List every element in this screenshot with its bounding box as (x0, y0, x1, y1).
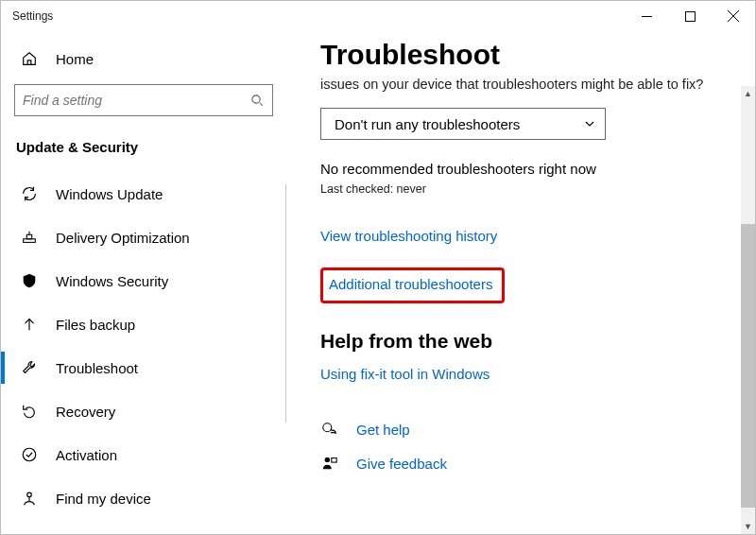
backup-icon (20, 316, 39, 333)
view-history-link[interactable]: View troubleshooting history (320, 228, 497, 244)
svg-point-13 (323, 423, 332, 432)
sidebar-item-troubleshoot[interactable]: Troubleshoot (14, 346, 273, 389)
svg-point-4 (252, 95, 260, 102)
svg-point-14 (325, 457, 330, 462)
scrollbar-down-arrow[interactable]: ▼ (741, 519, 755, 534)
search-icon (250, 94, 265, 108)
window-title: Settings (12, 9, 53, 23)
help-chat-icon (320, 421, 339, 438)
give-feedback-link[interactable]: Give feedback (356, 456, 447, 472)
additional-troubleshooters-link[interactable]: Additional troubleshooters (329, 276, 492, 292)
minimize-button[interactable] (625, 1, 668, 31)
content-area: Home Update & Security Windows Update De… (1, 31, 755, 534)
page-title: Troubleshoot (320, 39, 738, 71)
shield-icon (20, 272, 39, 289)
search-field[interactable] (23, 93, 250, 108)
last-checked-text: Last checked: never (320, 182, 738, 196)
nav-list: Windows Update Delivery Optimization Win… (14, 172, 273, 520)
get-help-row[interactable]: Get help (320, 421, 738, 438)
sidebar-item-label: Find my device (56, 491, 151, 507)
fixit-tool-link[interactable]: Using fix-it tool in Windows (320, 366, 490, 382)
sidebar-item-delivery-optimization[interactable]: Delivery Optimization (14, 216, 273, 259)
footer-links: Get help Give feedback (320, 421, 738, 472)
help-from-web-header: Help from the web (320, 330, 738, 353)
sidebar-item-label: Troubleshoot (56, 360, 138, 376)
sidebar-item-label: Delivery Optimization (56, 230, 190, 246)
intro-text-truncated: issues on your device that troubleshoote… (320, 75, 738, 95)
delivery-icon (20, 229, 39, 246)
sidebar: Home Update & Security Windows Update De… (1, 31, 286, 534)
main-pane: Troubleshoot issues on your device that … (286, 31, 755, 534)
recovery-icon (20, 403, 39, 420)
search-input[interactable] (14, 84, 273, 116)
location-icon (20, 490, 39, 507)
sidebar-item-files-backup[interactable]: Files backup (14, 302, 273, 346)
svg-rect-15 (332, 458, 336, 463)
scrollbar-up-arrow[interactable]: ▲ (741, 86, 755, 101)
svg-line-5 (260, 102, 263, 105)
maximize-button[interactable] (668, 1, 712, 31)
home-icon (20, 50, 39, 67)
home-nav[interactable]: Home (14, 39, 273, 78)
get-help-link[interactable]: Get help (356, 422, 410, 438)
sidebar-item-windows-security[interactable]: Windows Security (14, 259, 273, 302)
no-recommended-text: No recommended troubleshooters right now (320, 161, 738, 177)
feedback-icon (320, 455, 339, 472)
sidebar-item-find-my-device[interactable]: Find my device (14, 476, 273, 520)
close-button[interactable] (712, 1, 755, 31)
scrollbar-thumb[interactable] (741, 224, 755, 508)
sidebar-item-label: Files backup (56, 317, 135, 333)
troubleshooter-mode-dropdown[interactable]: Don't run any troubleshooters (320, 108, 606, 140)
give-feedback-row[interactable]: Give feedback (320, 455, 738, 472)
svg-rect-7 (26, 234, 31, 239)
svg-point-11 (23, 448, 36, 461)
sidebar-item-label: Activation (56, 447, 117, 463)
check-circle-icon (20, 446, 39, 463)
sidebar-item-label: Windows Update (56, 186, 163, 202)
wrench-icon (20, 359, 39, 376)
sidebar-item-activation[interactable]: Activation (14, 433, 273, 476)
dropdown-value: Don't run any troubleshooters (335, 116, 520, 132)
svg-point-12 (27, 492, 32, 497)
sidebar-item-label: Windows Security (56, 273, 168, 289)
scrollbar[interactable]: ▲ ▼ (741, 86, 755, 534)
sidebar-item-windows-update[interactable]: Windows Update (14, 172, 273, 216)
sidebar-item-recovery[interactable]: Recovery (14, 389, 273, 433)
section-title: Update & Security (14, 139, 273, 155)
sidebar-item-label: Recovery (56, 404, 115, 420)
window-controls (625, 1, 755, 31)
chevron-down-icon (584, 118, 595, 129)
svg-rect-1 (685, 11, 695, 21)
sync-icon (20, 185, 39, 202)
additional-troubleshooters-highlight: Additional troubleshooters (320, 268, 505, 303)
home-label: Home (56, 51, 94, 67)
